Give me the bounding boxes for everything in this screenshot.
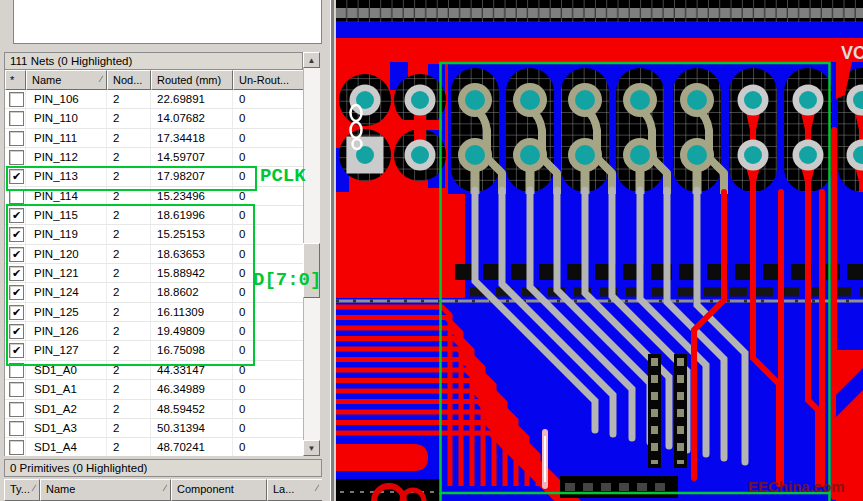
net-nodes: 2: [107, 380, 151, 399]
net-nodes: 2: [107, 206, 151, 225]
select-cell: [5, 400, 26, 419]
nets-section-header: 111 Nets (0 Highlighted): [4, 52, 303, 70]
net-name: SD1_A2: [26, 400, 107, 419]
net-name: PIN_126: [26, 322, 107, 341]
net-routed-length: 15.23496: [151, 187, 233, 206]
table-row[interactable]: ✔PIN_127216.750980: [5, 341, 304, 360]
table-row[interactable]: PIN_112214.597070: [5, 148, 304, 167]
table-row[interactable]: PIN_114215.234960: [5, 187, 304, 206]
table-row[interactable]: PIN_111217.344180: [5, 129, 304, 148]
primitives-table-header: Ty...∕ Name∕ Component La...∕: [4, 479, 322, 501]
checkbox-unchecked[interactable]: [9, 150, 24, 165]
net-nodes: 2: [107, 322, 151, 341]
table-row[interactable]: ✔PIN_121215.889420: [5, 264, 304, 283]
column-header-unrouted[interactable]: Un-Rout...: [233, 70, 304, 90]
select-cell: [5, 129, 26, 148]
net-unrouted-length: 0: [233, 264, 303, 283]
sort-icon: ∕: [316, 483, 319, 500]
checkbox-unchecked[interactable]: [9, 402, 24, 417]
net-unrouted-length: 0: [233, 303, 303, 322]
primitives-section-header: 0 Primitives (0 Highlighted): [4, 459, 322, 477]
table-row[interactable]: PIN_110214.076820: [5, 109, 304, 128]
checkbox-checked[interactable]: ✔: [9, 343, 24, 358]
net-name: SD1_A4: [26, 438, 107, 456]
table-row[interactable]: ✔PIN_119215.251530: [5, 225, 304, 244]
select-cell: ✔: [5, 167, 26, 186]
column-header-select[interactable]: *: [5, 70, 26, 90]
column-header-layer[interactable]: La...∕: [267, 479, 322, 501]
pcb-view[interactable]: VC EEChina.com: [336, 0, 863, 501]
column-header-nodes[interactable]: Nod...: [107, 70, 151, 90]
net-routed-length: 16.11309: [151, 303, 233, 322]
net-name: SD1_A0: [26, 361, 107, 380]
checkbox-checked[interactable]: ✔: [9, 227, 24, 242]
table-row[interactable]: PIN_106222.698910: [5, 90, 304, 109]
table-row[interactable]: ✔PIN_115218.619960: [5, 206, 304, 225]
net-unrouted-length: 0: [233, 400, 303, 419]
net-routed-length: 18.61996: [151, 206, 233, 225]
net-unrouted-length: 0: [233, 283, 303, 302]
net-routed-length: 48.59452: [151, 400, 233, 419]
net-name: PIN_112: [26, 148, 107, 167]
checkbox-checked[interactable]: ✔: [9, 324, 24, 339]
checkbox-checked[interactable]: ✔: [9, 285, 24, 300]
table-row[interactable]: ✔PIN_120218.636530: [5, 245, 304, 264]
net-name: PIN_121: [26, 264, 107, 283]
net-unrouted-length: 0: [233, 148, 303, 167]
scroll-down-button[interactable]: ▼: [303, 440, 320, 456]
column-header-name[interactable]: Name∕: [26, 70, 107, 90]
column-header-type[interactable]: Ty...∕: [4, 479, 40, 501]
net-routed-length: 15.25153: [151, 225, 233, 244]
checkbox-checked[interactable]: ✔: [9, 208, 24, 223]
select-cell: ✔: [5, 341, 26, 360]
net-routed-length: 50.31394: [151, 419, 233, 438]
net-routed-length: 48.70241: [151, 438, 233, 456]
select-cell: [5, 90, 26, 109]
net-name: SD1_A1: [26, 380, 107, 399]
checkbox-checked[interactable]: ✔: [9, 169, 24, 184]
table-row[interactable]: ✔PIN_126219.498090: [5, 322, 304, 341]
table-row[interactable]: SD1_A0244.331470: [5, 361, 304, 380]
checkbox-unchecked[interactable]: [9, 382, 24, 397]
checkbox-unchecked[interactable]: [9, 92, 24, 107]
checkbox-unchecked[interactable]: [9, 131, 24, 146]
table-row[interactable]: ✔PIN_113217.982070: [5, 167, 304, 186]
table-row[interactable]: SD1_A3250.313940: [5, 419, 304, 438]
table-row[interactable]: ✔PIN_125216.113090: [5, 303, 304, 322]
checkbox-unchecked[interactable]: [9, 111, 24, 126]
net-nodes: 2: [107, 400, 151, 419]
net-class-listbox[interactable]: [13, 0, 322, 44]
net-unrouted-length: 0: [233, 109, 303, 128]
net-unrouted-length: 0: [233, 225, 303, 244]
net-routed-length: 17.34418: [151, 129, 233, 148]
table-row[interactable]: SD1_A2248.594520: [5, 400, 304, 419]
checkbox-unchecked[interactable]: [9, 189, 24, 204]
net-name: PIN_106: [26, 90, 107, 109]
scroll-up-button[interactable]: ▲: [303, 52, 320, 68]
net-unrouted-length: 0: [233, 167, 303, 186]
net-unrouted-length: 0: [233, 438, 303, 456]
table-row[interactable]: SD1_A1246.349890: [5, 380, 304, 399]
net-nodes: 2: [107, 129, 151, 148]
select-cell: ✔: [5, 206, 26, 225]
column-header-prim-name[interactable]: Name∕: [40, 479, 171, 501]
scroll-down-icon: ▼: [308, 444, 316, 453]
net-name: PIN_113: [26, 167, 107, 186]
select-cell: [5, 380, 26, 399]
checkbox-unchecked[interactable]: [9, 363, 24, 378]
net-routed-length: 44.33147: [151, 361, 233, 380]
column-header-component[interactable]: Component: [171, 479, 267, 501]
column-header-routed[interactable]: Routed (mm): [151, 70, 233, 90]
table-row[interactable]: SD1_A4248.702410: [5, 438, 304, 456]
checkbox-unchecked[interactable]: [9, 440, 24, 455]
table-row[interactable]: ✔PIN_124218.86020: [5, 283, 304, 302]
checkbox-checked[interactable]: ✔: [9, 266, 24, 281]
net-nodes: 2: [107, 264, 151, 283]
scrollbar-thumb[interactable]: [303, 243, 320, 298]
checkbox-unchecked[interactable]: [9, 421, 24, 436]
net-routed-length: 19.49809: [151, 322, 233, 341]
checkbox-checked[interactable]: ✔: [9, 247, 24, 262]
net-routed-length: 14.07682: [151, 109, 233, 128]
checkbox-checked[interactable]: ✔: [9, 305, 24, 320]
nets-table-body: PIN_106222.698910PIN_110214.076820PIN_11…: [5, 90, 304, 456]
